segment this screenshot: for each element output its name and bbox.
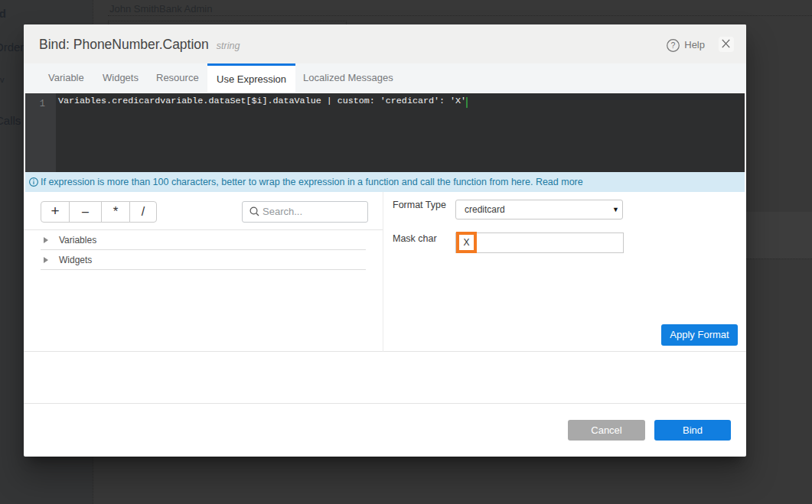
svg-text:?: ? <box>671 41 676 50</box>
